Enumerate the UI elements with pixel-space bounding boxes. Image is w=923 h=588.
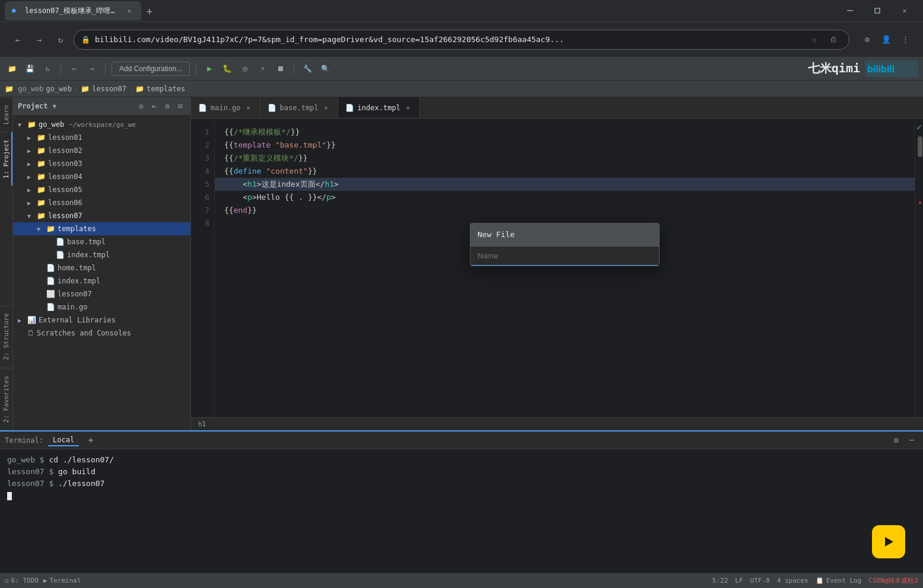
profile-icon[interactable]: 👤 (878, 31, 895, 48)
tree-content: ▼ 📁 go_web ~/workspace/go_we ▶ 📁 lesson0… (13, 116, 190, 430)
forward-history-btn[interactable]: → (85, 62, 99, 76)
code-line-1: {{/*继承根模板*/}} (224, 126, 905, 139)
tree-item-goweb[interactable]: ▼ 📁 go_web ~/workspace/go_we (13, 118, 190, 131)
save-btn[interactable]: 💾 (23, 62, 37, 76)
wrench-btn[interactable]: 🔧 (300, 62, 314, 76)
left-tab-project[interactable]: 1: Project (0, 132, 12, 186)
tree-item-home-tmpl[interactable]: 📄 home.tmpl (13, 261, 190, 274)
editor-tab-main-go[interactable]: 📄 main.go ✕ (191, 97, 260, 119)
arrow-lesson06: ▶ (27, 200, 34, 206)
terminal-content[interactable]: go_web $ cd ./lesson07/ lesson07 $ go bu… (0, 449, 923, 573)
browser-tab[interactable]: ● lesson07_模板继承_哔哩哔哩_b ✕ (5, 1, 141, 20)
tree-item-lesson05[interactable]: ▶ 📁 lesson05 (13, 183, 190, 196)
profile-run-btn[interactable]: ⚡ (256, 62, 270, 76)
locate-icon[interactable]: ◎ (136, 101, 147, 111)
tab-close-base-tmpl[interactable]: ✕ (322, 104, 330, 112)
tab-icon-base-tmpl: 📄 (268, 104, 276, 112)
cmd-1: cd ./lesson07/ (49, 455, 114, 464)
project-title: Project (18, 102, 48, 110)
minimize-btn[interactable] (836, 0, 864, 21)
tree-item-scratches[interactable]: 🗒 Scratches and Consoles (13, 327, 190, 340)
tree-label-index-tmpl: index.tmpl (58, 277, 100, 285)
terminal-status-icon: ▶ (43, 577, 47, 584)
new-terminal-btn[interactable]: + (84, 433, 98, 448)
check-indicator: ✓ (917, 122, 922, 132)
tree-item-lesson02[interactable]: ▶ 📁 lesson02 (13, 144, 190, 157)
tab-favicon: ● (12, 7, 20, 15)
close-btn[interactable]: ✕ (891, 0, 918, 21)
tab-close-index-tmpl[interactable]: ✕ (404, 104, 412, 112)
extensions-icon[interactable]: ⚙ (859, 31, 876, 48)
back-btn[interactable]: ← (9, 31, 26, 48)
ext-libs-icon: 📊 (27, 316, 36, 324)
left-tab-structure[interactable]: 2: Structure (0, 305, 12, 368)
tree-item-index-tmpl[interactable]: 📄 index.tmpl (13, 274, 190, 287)
tab-close-btn[interactable]: ✕ (125, 6, 134, 15)
todo-label: 6: TODO (11, 577, 39, 584)
tab-label-index-tmpl: index.tmpl (358, 104, 400, 112)
left-tab-favorites[interactable]: 2: Favorites (0, 368, 12, 430)
code-line-6: <p>Hello {{ . }}</p> (224, 191, 905, 204)
terminal-tab-local[interactable]: Local (48, 434, 79, 446)
address-bar[interactable]: 🔒 bilibili.com/video/BV1gJ411p7xC/?p=7&s… (74, 30, 849, 50)
folder-icon-templates: 📁 (46, 225, 55, 233)
tree-item-lesson07-bin[interactable]: ⬜ lesson07 (13, 287, 190, 301)
collapse-all-icon[interactable]: ⇤ (149, 101, 160, 111)
run-btn[interactable]: ▶ (202, 62, 217, 76)
terminal-settings-icon[interactable]: ⚙ (890, 434, 903, 447)
back-history-btn[interactable]: ← (67, 62, 81, 76)
left-tab-learn[interactable]: Learn (0, 97, 12, 132)
tree-item-main-go[interactable]: 📄 main.go (13, 301, 190, 314)
tree-label-lesson07: lesson07 (48, 212, 82, 220)
svg-marker-4 (885, 537, 893, 547)
status-bar: ☑ 6: TODO ▶ Terminal 5:22 LF UTF-8 4 spa… (0, 573, 923, 588)
editor-tab-index-tmpl[interactable]: 📄 index.tmpl ✕ (338, 97, 420, 119)
tree-item-lesson06[interactable]: ▶ 📁 lesson06 (13, 196, 190, 209)
settings-icon[interactable]: ⋮ (897, 31, 914, 48)
new-file-name-input[interactable] (470, 247, 659, 266)
new-tab-btn[interactable]: + (141, 2, 158, 19)
status-todo[interactable]: ☑ 6: TODO (5, 577, 39, 584)
tree-item-templates[interactable]: ▼ 📁 templates (13, 222, 190, 235)
tree-item-ext-libs[interactable]: ▶ 📊 External Libraries (13, 314, 190, 327)
tree-label-lesson01: lesson01 (48, 133, 82, 142)
code-line-5: <h1>这是index页面</h1> (215, 178, 915, 191)
arrow-ext: ▶ (18, 317, 25, 324)
tree-item-lesson04[interactable]: ▶ 📁 lesson04 (13, 170, 190, 183)
editor-tab-base-tmpl[interactable]: 📄 base.tmpl ✕ (260, 97, 338, 119)
status-event-log[interactable]: 📋 Event Log (816, 577, 862, 584)
left-vertical-tabs: Learn 1: Project 2: Structure 2: Favorit… (0, 97, 13, 430)
tree-label-ext-libs: External Libraries (39, 316, 116, 324)
breadcrumb-sep-1: › (74, 85, 78, 93)
terminal-minimize-icon[interactable]: ─ (905, 434, 918, 447)
tree-item-base-tmpl[interactable]: 📄 base.tmpl (13, 235, 190, 248)
restore-btn[interactable] (864, 0, 891, 21)
terminal-area: Terminal: Local + ⚙ ─ go_web $ cd ./less… (0, 430, 923, 573)
play-button[interactable] (872, 525, 905, 558)
status-terminal[interactable]: ▶ Terminal (43, 577, 81, 584)
share-icon[interactable]: ⎙ (825, 31, 842, 48)
tree-item-lesson01[interactable]: ▶ 📁 lesson01 (13, 131, 190, 144)
stop-btn[interactable]: ⏹ (273, 62, 288, 76)
code-area[interactable]: {{/*继承根模板*/}} {{template "base.tmpl"}} {… (215, 119, 915, 417)
refresh-btn[interactable]: ↻ (52, 31, 69, 48)
forward-btn[interactable]: → (31, 31, 47, 48)
scratches-icon: 🗒 (27, 329, 34, 337)
tab-close-main-go[interactable]: ✕ (244, 104, 253, 112)
cmd-3: ./lesson07 (58, 479, 104, 488)
coverage-btn[interactable]: ◎ (238, 62, 252, 76)
sync-btn[interactable]: ↻ (40, 62, 55, 76)
bookmark-star-icon[interactable]: ☆ (806, 31, 823, 48)
tree-item-index-tmpl2[interactable]: 📄 index.tmpl (13, 248, 190, 261)
settings-tree-icon[interactable]: ⚙ (162, 101, 173, 111)
tree-item-lesson03[interactable]: ▶ 📁 lesson03 (13, 157, 190, 170)
cmd-2: go build (58, 467, 96, 476)
breadcrumb-templates: templates (147, 85, 185, 93)
debug-btn[interactable]: 🐛 (220, 62, 234, 76)
tmpl-icon-home: 📄 (46, 264, 55, 272)
add-config-btn[interactable]: Add Configuration... (112, 62, 190, 76)
tree-item-lesson07[interactable]: ▼ 📁 lesson07 (13, 209, 190, 222)
hide-panel-icon[interactable]: ⊟ (175, 101, 186, 111)
search-toolbar-btn[interactable]: 🔍 (318, 62, 332, 76)
open-folder-btn[interactable]: 📁 (5, 62, 19, 76)
